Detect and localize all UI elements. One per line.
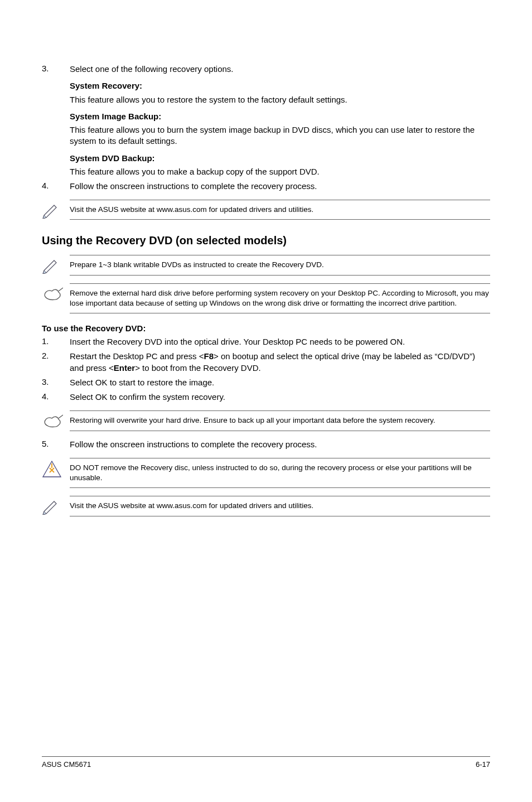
note-pencil: Visit the ASUS website at www.asus.com f… xyxy=(42,200,490,220)
step-text: Restart the Desktop PC and press <F8> on… xyxy=(70,351,490,374)
step-number: 4. xyxy=(42,181,70,192)
note-text: Visit the ASUS website at www.asus.com f… xyxy=(70,200,490,220)
svg-line-1 xyxy=(59,415,63,418)
hand-pointer-icon xyxy=(42,410,70,429)
footer-right: 6-17 xyxy=(476,760,490,769)
key-label: Enter xyxy=(114,363,135,373)
step-number: 3. xyxy=(42,64,70,75)
list-item: 5. Follow the onscreen instructions to c… xyxy=(42,439,490,450)
step-text: Insert the Recovery DVD into the optical… xyxy=(70,336,405,347)
list-item: 3. Select OK to start to restore the ima… xyxy=(42,377,490,388)
text-fragment: > to boot from the Recovery DVD. xyxy=(135,363,261,373)
step-number: 3. xyxy=(42,377,70,388)
note-hand: Restoring will overwrite your hard drive… xyxy=(42,410,490,431)
section-heading: Using the Recovery DVD (on selected mode… xyxy=(42,234,490,247)
step-text: Select one of the following recovery opt… xyxy=(70,64,234,75)
warning-icon xyxy=(42,458,70,478)
option-title: System DVD Backup: xyxy=(70,153,490,164)
hand-pointer-icon xyxy=(42,283,70,302)
note-text: Visit the ASUS website at www.asus.com f… xyxy=(70,496,490,516)
list-item: 2. Restart the Desktop PC and press <F8>… xyxy=(42,351,490,374)
note-pencil: Visit the ASUS website at www.asus.com f… xyxy=(42,496,490,516)
step-number: 4. xyxy=(42,392,70,403)
option-desc: This feature allows you to make a backup… xyxy=(70,166,490,177)
step-number: 1. xyxy=(42,336,70,347)
page-container: 3. Select one of the following recovery … xyxy=(0,0,532,802)
list-item: 4. Follow the onscreen instructions to c… xyxy=(42,181,490,192)
recovery-options-block: System Recovery: This feature allows you… xyxy=(70,80,490,177)
note-pencil: Prepare 1~3 blank writable DVDs as instr… xyxy=(42,255,490,275)
list-item: 1. Insert the Recovery DVD into the opti… xyxy=(42,336,490,347)
step-text: Follow the onscreen instructions to comp… xyxy=(70,181,317,192)
option-title: System Recovery: xyxy=(70,80,490,91)
note-text: DO NOT remove the Recovery disc, unless … xyxy=(70,458,490,488)
step-number: 5. xyxy=(42,439,70,450)
key-label: F8 xyxy=(204,351,214,361)
option-desc: This feature allows you to restore the s… xyxy=(70,94,490,105)
list-item: 3. Select one of the following recovery … xyxy=(42,64,490,75)
text-fragment: Restart the Desktop PC and press < xyxy=(70,351,204,361)
pencil-icon xyxy=(42,200,70,219)
note-warning: DO NOT remove the Recovery disc, unless … xyxy=(42,458,490,488)
note-text: Prepare 1~3 blank writable DVDs as instr… xyxy=(70,255,490,275)
step-number: 2. xyxy=(42,351,70,374)
step-text: Follow the onscreen instructions to comp… xyxy=(70,439,317,450)
option-title: System Image Backup: xyxy=(70,111,490,122)
footer-left: ASUS CM5671 xyxy=(42,760,91,769)
step-text: Select OK to confirm the system recovery… xyxy=(70,392,225,403)
list-item: 4. Select OK to confirm the system recov… xyxy=(42,392,490,403)
pencil-icon xyxy=(42,496,70,515)
page-footer: ASUS CM5671 6-17 xyxy=(42,756,490,769)
step-text: Select OK to start to restore the image. xyxy=(70,377,214,388)
note-hand: Remove the external hard disk drive befo… xyxy=(42,283,490,313)
subheading: To use the Recovery DVD: xyxy=(42,323,490,333)
svg-line-0 xyxy=(59,288,63,291)
note-text: Remove the external hard disk drive befo… xyxy=(70,283,490,313)
option-desc: This feature allows you to burn the syst… xyxy=(70,124,490,147)
pencil-icon xyxy=(42,255,70,274)
note-text: Restoring will overwrite your hard drive… xyxy=(70,410,490,431)
